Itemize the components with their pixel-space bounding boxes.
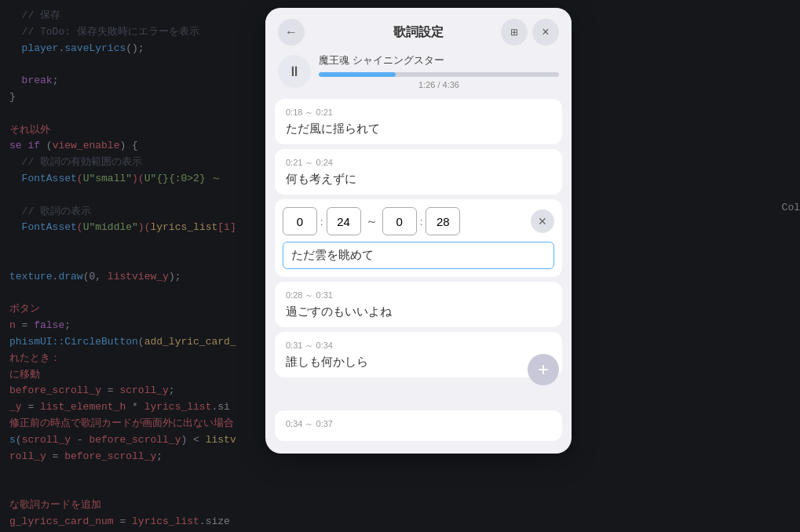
add-lyric-button[interactable]: + — [528, 354, 559, 385]
lyric-card-2[interactable]: 0:21 ～ 0:24 何も考えずに — [275, 149, 562, 195]
clear-time-button[interactable]: ✕ — [531, 210, 554, 233]
lyric-text-2: 何も考えずに — [286, 172, 551, 187]
lyric-text-5: 誰しも何かしら — [286, 355, 551, 370]
lyric-text-input[interactable] — [283, 242, 554, 269]
modal-header: ← 歌詞設定 ⊞ × — [265, 8, 572, 53]
lyric-text-1: ただ風に揺られて — [286, 122, 551, 137]
lyric-text-4: 過ごすのもいいよね — [286, 304, 551, 319]
pin-button[interactable]: ⊞ — [501, 19, 528, 46]
lyric-time-5: 0:31 ～ 0:34 — [286, 340, 551, 352]
colon-1: : — [320, 216, 323, 228]
song-title: 魔王魂 シャイニングスター — [319, 53, 559, 67]
edit-time-row: : ～ : ✕ — [283, 207, 554, 235]
lyric-card-5[interactable]: 0:31 ～ 0:34 誰しも何かしら — [275, 332, 562, 377]
lyric-card-edit: : ～ : ✕ — [275, 199, 562, 277]
lyrics-list: 0:18 ～ 0:21 ただ風に揺られて 0:21 ～ 0:24 何も考えずに … — [265, 99, 572, 441]
progress-bar-fill — [319, 72, 396, 77]
time-display: 1:26 / 4:36 — [319, 80, 559, 89]
player-info: 魔王魂 シャイニングスター 1:26 / 4:36 — [319, 53, 559, 89]
back-button[interactable]: ← — [278, 19, 305, 46]
start-min-input[interactable] — [283, 207, 317, 235]
progress-bar-container[interactable] — [319, 72, 559, 77]
start-sec-input[interactable] — [327, 207, 361, 235]
lyric-time-4: 0:28 ～ 0:31 — [286, 290, 551, 301]
player-section: ⏸ 魔王魂 シャイニングスター 1:26 / 4:36 — [265, 53, 572, 99]
lyric-card-1[interactable]: 0:18 ～ 0:21 ただ風に揺られて — [275, 99, 562, 144]
card-5-container: 0:31 ～ 0:34 誰しも何かしら + — [275, 332, 562, 377]
colon-2: : — [420, 216, 423, 228]
tilde-separator: ～ — [366, 214, 378, 229]
modal-title: 歌詞設定 — [393, 24, 444, 41]
lyric-time-1: 0:18 ～ 0:21 — [286, 107, 551, 118]
lyric-card-6[interactable]: 0:34 ～ 0:37 — [275, 410, 562, 441]
lyric-time-6: 0:34 ～ 0:37 — [286, 418, 551, 430]
lyric-time-2: 0:21 ～ 0:24 — [286, 157, 551, 169]
pause-button[interactable]: ⏸ — [278, 55, 311, 88]
end-min-input[interactable] — [382, 207, 417, 235]
lyrics-settings-modal: ← 歌詞設定 ⊞ × ⏸ 魔王魂 シャイニングスター 1:26 / 4:36 0… — [265, 8, 572, 454]
end-sec-input[interactable] — [426, 207, 460, 235]
close-button[interactable]: × — [532, 19, 559, 46]
lyric-card-4[interactable]: 0:28 ～ 0:31 過ごすのもいいよね — [275, 282, 562, 327]
